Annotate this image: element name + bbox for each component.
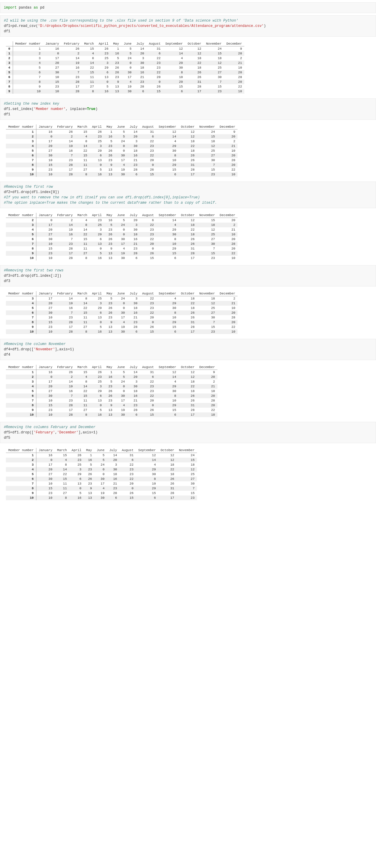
cell: 18 [134, 65, 146, 70]
table-row: 20242316520614121520 [6, 218, 237, 223]
section-drop-nov: #Removing the column November df4=df1.dr… [0, 339, 376, 360]
cell: 5 [90, 408, 104, 412]
cell: 5 [115, 370, 127, 375]
th-df2-apr: April [90, 213, 104, 218]
string-february: 'February' [34, 430, 55, 435]
cell: 19 [115, 251, 127, 256]
cell: 14 [55, 139, 75, 144]
cell: 30 [94, 476, 107, 481]
cell: 23 [90, 134, 104, 139]
table-row: 923172751319282615281522 [6, 251, 237, 256]
row-index: 9 [6, 89, 13, 94]
cell: 25 [177, 472, 197, 476]
cell: 28 [218, 242, 238, 246]
table-row: 81528110942302931720 [6, 320, 237, 324]
comment-inplace2: #The option inplace=True makes the chang… [4, 201, 217, 205]
cell: 28 [127, 408, 140, 412]
cell: 20 [36, 144, 55, 148]
cell: 13 [90, 158, 104, 163]
th-member-number: Member number [13, 41, 43, 46]
cell: 23 [36, 167, 55, 172]
cell: 0 [36, 134, 55, 139]
cell: 29 [90, 306, 104, 310]
cell: 23 [127, 403, 140, 408]
cell: 3 [90, 144, 104, 148]
cell: 23 [127, 320, 140, 324]
cell: 11 [75, 163, 90, 167]
th-index-member: Member number [6, 124, 36, 129]
cell: 17 [179, 256, 197, 260]
row-index: 3 [6, 139, 36, 144]
cell: 6 [140, 375, 156, 379]
cell: 25 [204, 65, 224, 70]
table-row: 8151109423029317 [6, 486, 197, 491]
row-index: 4 [6, 467, 36, 472]
cell: 9 [104, 320, 115, 324]
cell: 20 [197, 394, 218, 398]
cell: 12 [197, 301, 218, 306]
cell: 15 [55, 476, 69, 481]
table-row: 10102881613306156172310 [6, 256, 237, 260]
cell: 12 [136, 453, 158, 458]
cell: 8 [55, 495, 69, 500]
cell: 9 [224, 46, 244, 52]
cell: 20 [197, 375, 218, 379]
cell: 23 [204, 89, 224, 94]
cell: 6 [127, 329, 140, 334]
cell: 30 [197, 315, 218, 320]
cell: 17 [55, 324, 75, 329]
th-df5-jun: June [94, 448, 107, 453]
th-jan-2: January [36, 124, 55, 129]
code-drop-nov: #Removing the column November df4=df1.dr… [0, 339, 376, 360]
table-row: 10102881613306156172310 [6, 172, 237, 177]
cell: 26 [96, 46, 111, 52]
cell: 12 [179, 375, 197, 379]
cell: 28 [55, 172, 75, 177]
cell: 22 [140, 310, 156, 315]
row-index: 5 [6, 472, 36, 476]
table-row: 4201432303023292212 [6, 467, 197, 472]
cell: 13 [90, 398, 104, 403]
comment-drop-feb-dec: #Removing the columns February and Decem… [4, 425, 95, 429]
cell: 21 [127, 158, 140, 163]
cell: 26 [84, 476, 94, 481]
cell: 17 [94, 481, 107, 486]
cell: 4 [75, 134, 90, 139]
cell: 14 [55, 296, 75, 301]
cell: 13 [104, 251, 115, 256]
table-row: 01162615261514311212249 [6, 46, 244, 52]
table-row: 342019143230302329221221 [6, 61, 244, 65]
cell: 12 [158, 458, 177, 462]
cell: 17 [179, 329, 197, 334]
cell: 11 [75, 246, 90, 251]
cell: 26 [179, 153, 197, 158]
row-index: 6 [6, 153, 36, 158]
cell: 17 [36, 296, 55, 301]
cell: 18 [127, 306, 140, 310]
cell: 5 [104, 223, 115, 227]
cell: 14 [107, 453, 119, 458]
cell: 15 [140, 172, 156, 177]
table-row: 31714825524322418182 [6, 296, 237, 301]
table-row: 527162229260182330182510 [6, 148, 237, 153]
cell: 4 [115, 163, 127, 167]
table-row: 42019143230302329221221 [6, 144, 237, 148]
cell: 21 [218, 227, 238, 232]
cell: 30 [197, 242, 218, 246]
cell: 14 [156, 375, 178, 379]
cell: 31 [158, 486, 177, 491]
string-member: 'Member number' [34, 107, 66, 111]
cell: 17 [55, 167, 75, 172]
cell: 0 [140, 163, 156, 167]
cell: 18 [185, 56, 204, 61]
code-read-csv: #I will be using the .csv file correspon… [0, 16, 376, 37]
th-aug-2: August [140, 124, 156, 129]
cell: 16 [127, 310, 140, 315]
table-row: 42019143230302329221221 [6, 301, 237, 306]
th-df4-jul: July [127, 365, 140, 370]
cell: 13 [104, 167, 115, 172]
th-df5-oct: October [158, 448, 177, 453]
cell: 30 [156, 306, 178, 310]
cell: 0 [94, 467, 107, 472]
table-row: 527162229260182330182510 [6, 306, 237, 310]
